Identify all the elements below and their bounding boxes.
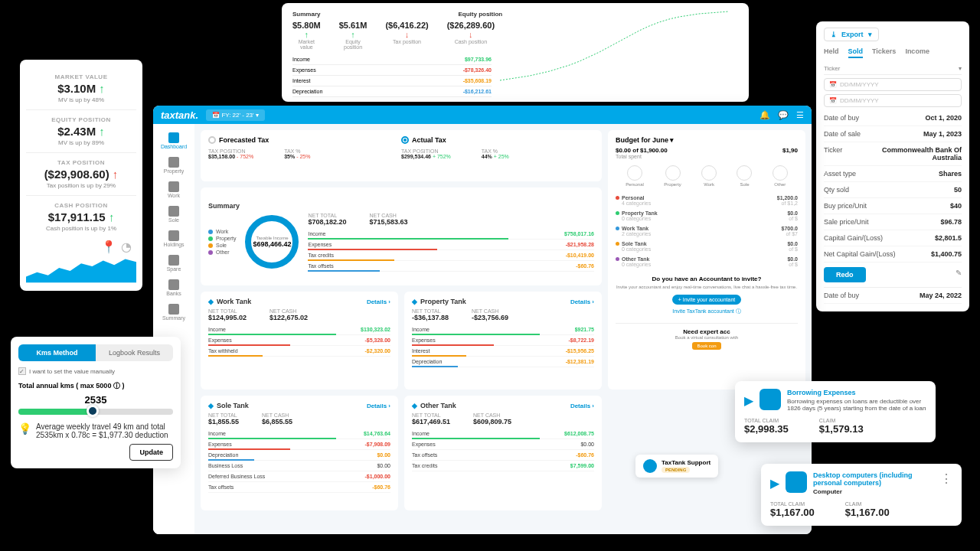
property-tank-panel: ◆ Property TankDetails ›NET TOTAL-$36,13… (404, 292, 602, 390)
date-from-input[interactable]: 📅DD/MM/YYYY (824, 78, 962, 91)
computer-claim-card[interactable]: ▶Desktop computers (including personal c… (761, 464, 962, 526)
export-button[interactable]: ⤓Export▾ (824, 28, 879, 41)
kms-value: 2535 (18, 394, 173, 406)
bell-icon[interactable]: 🔔 (760, 110, 770, 120)
summary-title: Summary (292, 11, 320, 18)
tab-income[interactable]: Income (905, 47, 929, 58)
sparkline-chart (26, 254, 136, 283)
invite-taxtank-link[interactable]: Invite TaxTank accountant ⓘ (616, 308, 798, 315)
sidebar-item-spare[interactable]: Spare (153, 251, 194, 276)
edit-icon[interactable]: ✎ (956, 269, 962, 277)
computer-icon (786, 471, 807, 493)
support-chip[interactable]: TaxTank SupportPENDING (635, 455, 718, 478)
sidebar-item-holdings[interactable]: Holdings (153, 227, 194, 251)
kms-slider[interactable] (18, 409, 173, 415)
invite-accountant-button[interactable]: + Invite your accountant (672, 295, 742, 305)
borrowing-icon (760, 389, 781, 410)
sidebar-item-work[interactable]: Work (153, 178, 194, 202)
dashboard-topbar: taxtank. 📅 FY: 22' - 23' ▾ 🔔💬☰ (153, 106, 812, 124)
date-to-input[interactable]: 📅DD/MM/YYYY (824, 94, 962, 107)
sidebar: DashboardPropertyWorkSoleHoldingsSpareBa… (153, 124, 194, 534)
deduction-text: 💡Average weekly travel 49 km and total 2… (18, 422, 173, 439)
forecast-actual-panel: Forecasted Tax TAX POSITION$35,158.00 - … (201, 130, 602, 181)
holdings-tabs: HeldSoldTickersIncome (824, 47, 962, 58)
sidebar-item-banks[interactable]: Banks (153, 276, 194, 300)
clock-icon[interactable]: ◔ (121, 240, 132, 254)
tab-kms[interactable]: Kms Method (18, 344, 96, 361)
ticker-select[interactable]: Ticker▾ (824, 63, 962, 75)
pin-icon[interactable]: 📍 (101, 240, 116, 254)
menu-icon[interactable]: ☰ (796, 110, 804, 120)
tab-tickers[interactable]: Tickers (872, 47, 896, 58)
total-kms-label: Total annual kms ( max 5000 ⓘ ) (18, 381, 173, 391)
budget-panel: Budget for June ▾ $0.00 of $1,900.00Tota… (608, 130, 805, 390)
equity-summary-card: SummaryEquity position $5.80M ↑Market va… (282, 3, 749, 102)
kms-tabs: Kms MethodLogbook Results (18, 344, 173, 361)
more-icon[interactable]: ⋮ (940, 471, 952, 495)
donut-chart: Taxable Income$698,466.42 (245, 215, 299, 269)
borrowing-expense-card[interactable]: ▶Borrowing ExpensesBorrowing expenses on… (735, 381, 936, 442)
chat-icon[interactable]: 💬 (778, 110, 789, 120)
other-tank-panel: ◆ Other TankDetails ›NET TOTAL$617,469.5… (404, 396, 602, 510)
redo-button[interactable]: Redo (824, 267, 866, 282)
kms-method-card: Kms MethodLogbook Results ✓I want to set… (11, 337, 181, 468)
summary-panel: Summary WorkPropertySoleOther Taxable In… (201, 187, 602, 285)
equity-line-chart (496, 8, 738, 87)
logo: taxtank. (161, 109, 198, 121)
forecasted-radio[interactable]: Forecasted Tax (208, 136, 401, 144)
holdings-detail-card: ⤓Export▾ HeldSoldTickersIncome Ticker▾ 📅… (816, 21, 969, 311)
sidebar-item-sole[interactable]: Sole (153, 202, 194, 227)
invite-heading: Do you have an Accountant to invite? (652, 276, 762, 282)
sidebar-item-dashboard[interactable]: Dashboard (153, 129, 194, 153)
sidebar-item-property[interactable]: Property (153, 153, 194, 178)
sidebar-item-summary[interactable]: Summary (153, 300, 194, 324)
sole-tank-panel: ◆ Sole TankDetails ›NET TOTAL$1,855.55NE… (201, 396, 398, 510)
mobile-summary-card: MARKET VALUE$3.10M ↑MV is up by 48%EQUIT… (20, 60, 142, 291)
actual-radio[interactable]: Actual Tax (401, 136, 594, 144)
work-tank-panel: ◆ Work TankDetails ›NET TOTAL$124,995.02… (201, 292, 398, 390)
tab-sold[interactable]: Sold (848, 47, 864, 58)
bulb-icon: 💡 (18, 422, 31, 435)
fy-selector[interactable]: 📅 FY: 22' - 23' ▾ (206, 109, 265, 121)
update-button[interactable]: Update (129, 444, 173, 461)
tab-held[interactable]: Held (824, 47, 839, 58)
budget-title[interactable]: Budget for June ▾ (616, 136, 798, 144)
book-consultation-button[interactable]: Book con (692, 342, 720, 350)
tab-logbook[interactable]: Logbook Results (96, 344, 173, 361)
manual-checkbox[interactable]: ✓I want to set the value manually (18, 367, 173, 375)
